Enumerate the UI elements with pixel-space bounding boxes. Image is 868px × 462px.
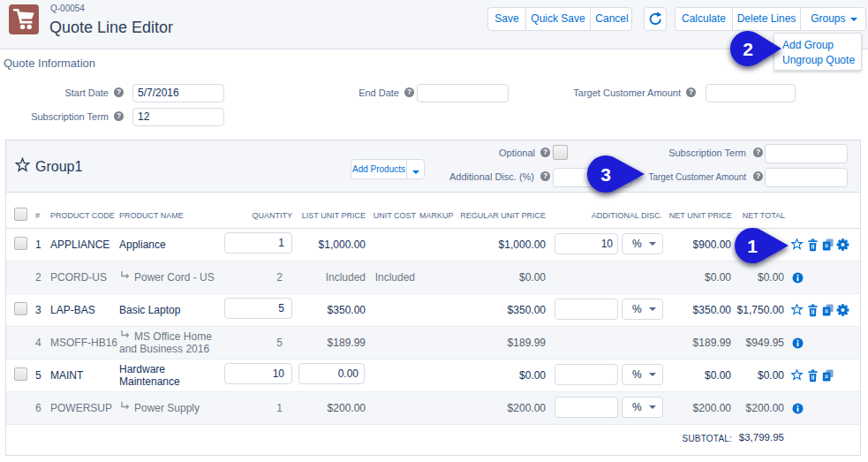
svg-text:2: 2	[743, 39, 753, 59]
svg-text:1: 1	[747, 236, 758, 256]
svg-text:3: 3	[600, 164, 611, 185]
